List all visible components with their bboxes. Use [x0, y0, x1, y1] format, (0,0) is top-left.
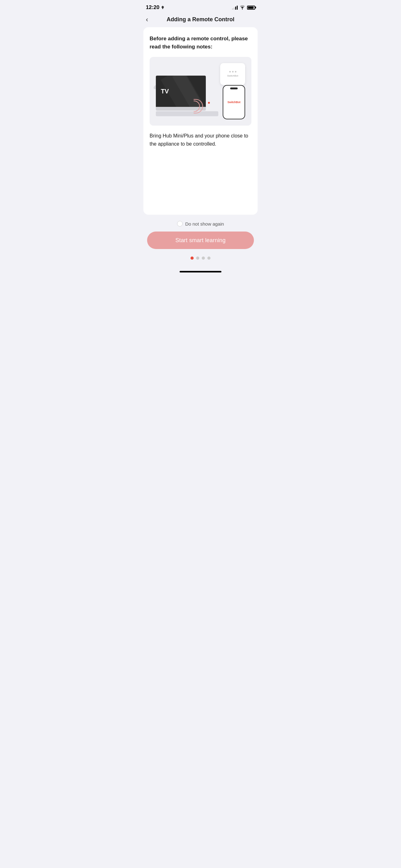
bottom-section: Do not show again Start smart learning — [140, 215, 261, 269]
description-text: Bring Hub Mini/Plus and your phone close… — [149, 132, 252, 148]
tv-unit: TV — [156, 75, 218, 116]
status-time: 12:20 — [146, 4, 165, 11]
dot-3 — [202, 256, 205, 260]
page-title: Adding a Remote Control — [167, 16, 235, 23]
nav-bar: ‹ Adding a Remote Control — [140, 13, 261, 27]
dot-4 — [207, 256, 210, 260]
dot-1 — [191, 256, 194, 260]
hub-label: SwitchBot — [227, 74, 238, 77]
main-card: Before adding a remote control, please r… — [143, 27, 258, 215]
hub-box: SwitchBot — [220, 63, 245, 85]
start-smart-learning-button[interactable]: Start smart learning — [147, 231, 254, 249]
home-indicator — [179, 271, 222, 273]
notes-title: Before adding a remote control, please r… — [149, 35, 252, 51]
status-icons — [232, 5, 255, 10]
battery-icon — [247, 6, 255, 10]
phone-body: SwitchBot — [223, 85, 245, 119]
signal-bars — [232, 5, 238, 10]
wifi-icon — [239, 5, 245, 10]
tv-base — [156, 111, 218, 116]
time-display: 12:20 — [146, 4, 159, 11]
status-bar: 12:20 — [140, 0, 261, 13]
pagination-dots — [191, 254, 210, 262]
hub-device: SwitchBot — [220, 63, 245, 85]
dot-2 — [196, 256, 199, 260]
checkbox-row[interactable]: Do not show again — [177, 221, 224, 226]
phone-brand-label: SwitchBot — [227, 101, 240, 104]
svg-point-0 — [242, 9, 243, 10]
illustration: TV SwitchBot — [149, 57, 252, 126]
do-not-show-label: Do not show again — [185, 221, 224, 226]
phone-notch — [230, 88, 238, 89]
do-not-show-radio[interactable] — [177, 221, 183, 226]
back-button[interactable]: ‹ — [146, 16, 148, 23]
phone-device: SwitchBot — [223, 85, 245, 119]
location-icon — [161, 5, 165, 10]
